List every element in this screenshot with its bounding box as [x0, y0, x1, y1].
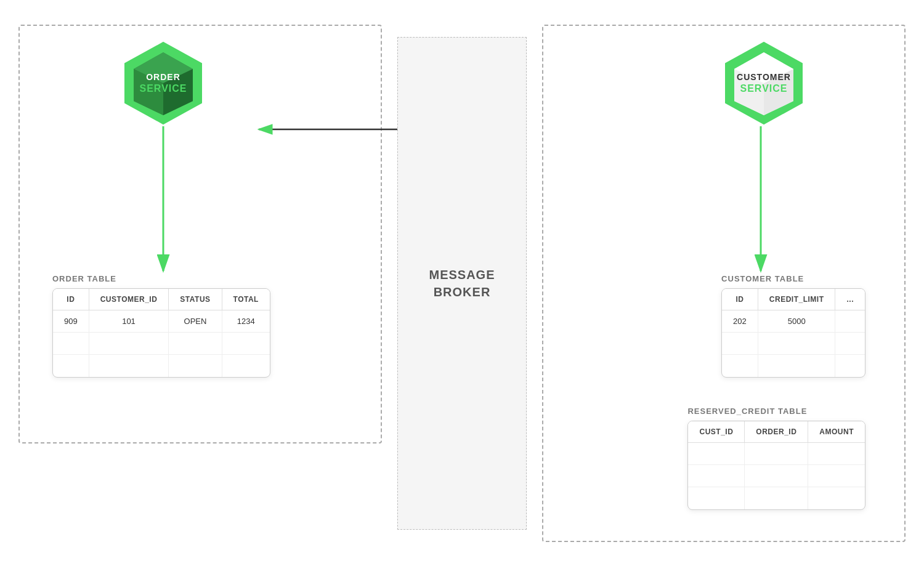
table-row: [688, 443, 865, 465]
order-table-grid: ID CUSTOMER_ID STATUS TOTAL 909 101 OPEN…: [53, 289, 270, 377]
table-row: [53, 333, 270, 355]
reserved-credit-table-label: RESERVED_CREDIT table: [687, 407, 865, 416]
order-row1-total: 1234: [222, 310, 270, 333]
broker-line2: BROKER: [429, 283, 495, 301]
message-broker: MESSAGE BROKER: [397, 37, 527, 530]
customer-service-label: CUSTOMER SERVICE: [737, 71, 791, 95]
customer-row1-credit: 5000: [758, 310, 835, 333]
customer-service-wrapper: CUSTOMER SERVICE: [721, 40, 807, 126]
table-row: [722, 333, 865, 355]
customer-table: ID CREDIT_LIMIT ... 202 5000: [721, 288, 865, 378]
reserved-credit-table-wrapper: RESERVED_CREDIT table CUST_ID ORDER_ID A…: [687, 407, 865, 510]
order-row1-status: OPEN: [169, 310, 222, 333]
reserved-credit-header-row: CUST_ID ORDER_ID AMOUNT: [688, 421, 865, 443]
broker-line1: MESSAGE: [429, 266, 495, 283]
order-row1-customer-id: 101: [89, 310, 169, 333]
table-row: [688, 487, 865, 509]
table-row: [688, 465, 865, 487]
order-service-wrapper: ORDER SERVICE: [120, 40, 206, 126]
order-col-id: ID: [53, 289, 89, 310]
customer-row1-extra: [835, 310, 865, 333]
customer-row1-id: 202: [722, 310, 758, 333]
customer-col-credit-limit: CREDIT_LIMIT: [758, 289, 835, 310]
order-table: ID CUSTOMER_ID STATUS TOTAL 909 101 OPEN…: [52, 288, 270, 378]
table-row: 202 5000: [722, 310, 865, 333]
rc-col-cust-id: CUST_ID: [688, 421, 744, 443]
customer-table-wrapper: CUSTOMER table ID CREDIT_LIMIT ... 202 5…: [721, 274, 865, 378]
order-col-status: STATUS: [169, 289, 222, 310]
customer-col-extra: ...: [835, 289, 865, 310]
order-service-hexagon: ORDER SERVICE: [120, 40, 206, 126]
diagram-container: MESSAGE BROKER ORDER SERVICE: [0, 0, 924, 571]
order-service-label: ORDER SERVICE: [140, 71, 187, 95]
reserved-credit-table: CUST_ID ORDER_ID AMOUNT: [687, 421, 865, 510]
rc-col-amount: AMOUNT: [808, 421, 865, 443]
customer-service-hexagon: CUSTOMER SERVICE: [721, 40, 807, 126]
order-col-total: TOTAL: [222, 289, 270, 310]
customer-table-header-row: ID CREDIT_LIMIT ...: [722, 289, 865, 310]
order-table-wrapper: ORDER table ID CUSTOMER_ID STATUS TOTAL …: [52, 274, 270, 378]
table-row: [53, 355, 270, 377]
order-row1-id: 909: [53, 310, 89, 333]
reserved-credit-table-grid: CUST_ID ORDER_ID AMOUNT: [688, 421, 865, 509]
rc-col-order-id: ORDER_ID: [745, 421, 808, 443]
customer-col-id: ID: [722, 289, 758, 310]
order-table-header-row: ID CUSTOMER_ID STATUS TOTAL: [53, 289, 270, 310]
order-table-label: ORDER table: [52, 274, 270, 283]
table-row: [722, 355, 865, 377]
customer-table-label: CUSTOMER table: [721, 274, 865, 283]
customer-table-grid: ID CREDIT_LIMIT ... 202 5000: [722, 289, 865, 377]
table-row: 909 101 OPEN 1234: [53, 310, 270, 333]
order-col-customer-id: CUSTOMER_ID: [89, 289, 169, 310]
